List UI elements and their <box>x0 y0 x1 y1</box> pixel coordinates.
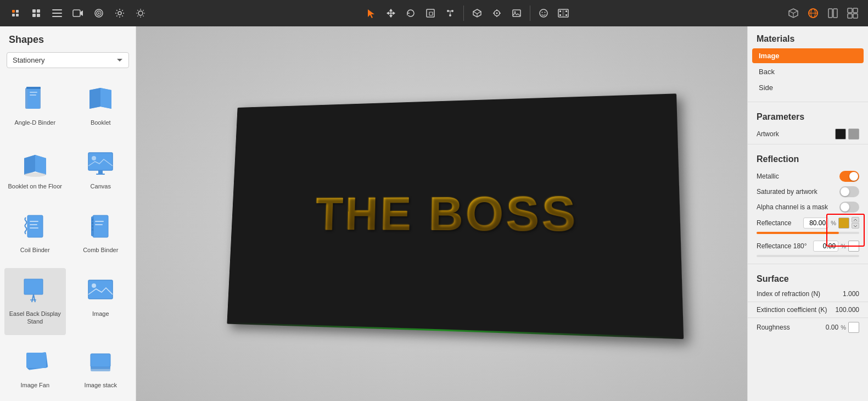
svg-rect-4 <box>32 9 36 13</box>
parameters-title: Parameters <box>748 104 868 126</box>
shape-image-stack[interactable]: Image stack <box>70 339 132 399</box>
svg-rect-35 <box>559 10 561 12</box>
svg-point-28 <box>496 13 497 14</box>
right-panel: Materials Image Back Side Parameters Art… <box>747 26 868 401</box>
shape-coil-binder[interactable]: Coil Binder <box>4 204 66 264</box>
svg-rect-9 <box>52 13 62 14</box>
artwork-swatches <box>835 129 859 140</box>
svg-rect-88 <box>91 354 110 367</box>
artwork-swatch-gray[interactable] <box>848 129 859 140</box>
roughness-swatch[interactable] <box>848 322 859 333</box>
grid-icon[interactable] <box>27 4 45 22</box>
alpha-row: Alpha channel is a mask <box>748 199 868 215</box>
shape-label-canvas: Canvas <box>91 182 111 190</box>
reflectance180-input[interactable] <box>813 241 838 252</box>
toolbar-center <box>153 4 781 22</box>
main-content: Shapes Stationery Angle-D Binder <box>0 26 868 401</box>
svg-rect-73 <box>95 221 104 222</box>
svg-rect-63 <box>30 221 38 222</box>
video-icon[interactable] <box>69 4 87 22</box>
shape-easel-stand[interactable]: Easel Back Display Stand <box>4 268 66 335</box>
svg-rect-46 <box>848 8 852 13</box>
svg-rect-10 <box>52 16 62 17</box>
svg-rect-19 <box>427 9 434 17</box>
artwork-label: Artwork <box>757 130 835 138</box>
svg-point-32 <box>541 12 542 13</box>
svg-rect-2 <box>12 14 15 16</box>
svg-rect-5 <box>37 9 40 13</box>
artwork-swatch-black[interactable] <box>835 129 846 140</box>
svg-rect-65 <box>30 227 38 229</box>
materials-tabs: Image Back Side <box>748 48 868 99</box>
category-dropdown[interactable]: Stationery <box>7 52 129 68</box>
tab-image[interactable]: Image <box>752 48 864 63</box>
scale-tool-icon[interactable] <box>422 4 439 22</box>
face-icon[interactable] <box>535 4 552 22</box>
svg-rect-36 <box>559 14 561 16</box>
transform-icon[interactable] <box>844 4 861 22</box>
shape-image-fan[interactable]: Image Fan <box>4 339 66 399</box>
canvas-bg: THE BOSS <box>136 26 747 401</box>
shape-label-image-stack: Image stack <box>85 381 117 389</box>
reflectance-color-swatch[interactable] <box>838 218 849 229</box>
svg-rect-39 <box>562 10 564 16</box>
svg-rect-52 <box>26 87 41 89</box>
svg-rect-71 <box>92 225 93 227</box>
svg-point-33 <box>544 12 545 13</box>
menu-icon[interactable] <box>48 4 66 22</box>
alpha-toggle[interactable] <box>839 202 859 213</box>
plus-icon[interactable] <box>7 4 24 22</box>
reflectance180-controls: % <box>813 241 859 252</box>
reflectance-slider-track[interactable] <box>757 232 859 234</box>
svg-rect-56 <box>88 153 113 170</box>
shape-comb-binder[interactable]: Comb Binder <box>70 204 132 264</box>
saturated-row: Saturated by artwork <box>748 184 868 199</box>
reflectance180-slider-track[interactable] <box>757 255 859 257</box>
saturated-toggle[interactable] <box>839 186 859 197</box>
film-icon[interactable] <box>555 4 572 22</box>
rotate-tool-icon[interactable] <box>402 4 419 22</box>
shape-booklet-floor[interactable]: Booklet on the Floor <box>4 141 66 200</box>
reflectance-input[interactable] <box>803 218 828 229</box>
scene-icon[interactable] <box>468 4 486 22</box>
shape-image[interactable]: Image <box>70 268 132 335</box>
shape-icon-coil-binder <box>18 209 53 244</box>
svg-rect-49 <box>853 14 858 18</box>
extinction-label: Extinction coefficient (K) <box>757 306 836 314</box>
sun-icon[interactable] <box>132 4 149 22</box>
cursor-tool-icon[interactable] <box>362 4 380 22</box>
sphere-icon[interactable] <box>804 4 822 22</box>
svg-rect-70 <box>92 222 93 224</box>
target-icon[interactable] <box>90 4 108 22</box>
svg-rect-51 <box>27 88 40 109</box>
shape-icon-comb-binder <box>83 209 118 244</box>
tab-side[interactable]: Side <box>752 80 864 95</box>
image-tool-icon[interactable] <box>508 4 525 22</box>
shape-booklet[interactable]: Booklet <box>70 77 132 136</box>
reflectance180-color-swatch[interactable] <box>848 241 859 252</box>
reflectance-down[interactable] <box>852 223 859 229</box>
move-tool-icon[interactable] <box>382 4 400 22</box>
focus-icon[interactable] <box>488 4 506 22</box>
svg-point-82 <box>92 283 96 288</box>
svg-point-55 <box>24 172 46 177</box>
roughness-row: Roughness 0.00 % <box>748 320 868 335</box>
distribute-tool-icon[interactable] <box>441 4 459 22</box>
shape-label-angle-d-binder: Angle-D Binder <box>14 119 55 126</box>
svg-rect-61 <box>27 215 43 237</box>
svg-point-17 <box>138 11 143 15</box>
reflectance-row: Reflectance % <box>748 215 868 231</box>
cube-icon[interactable] <box>785 4 802 22</box>
shape-angle-d-binder[interactable]: Angle-D Binder <box>4 77 66 136</box>
settings-icon[interactable] <box>111 4 128 22</box>
shape-label-booklet-floor: Booklet on the Floor <box>8 182 62 190</box>
shape-icon-angle-d-binder <box>18 81 53 116</box>
shape-icon-booklet <box>83 81 118 116</box>
tab-back[interactable]: Back <box>752 64 864 79</box>
center-canvas[interactable]: THE BOSS <box>136 26 747 401</box>
shape-canvas[interactable]: Canvas <box>70 141 132 200</box>
metallic-toggle[interactable] <box>839 171 859 182</box>
shape-label-image: Image <box>92 310 109 318</box>
panel-icon[interactable] <box>824 4 842 22</box>
reflectance-up[interactable] <box>852 217 859 222</box>
